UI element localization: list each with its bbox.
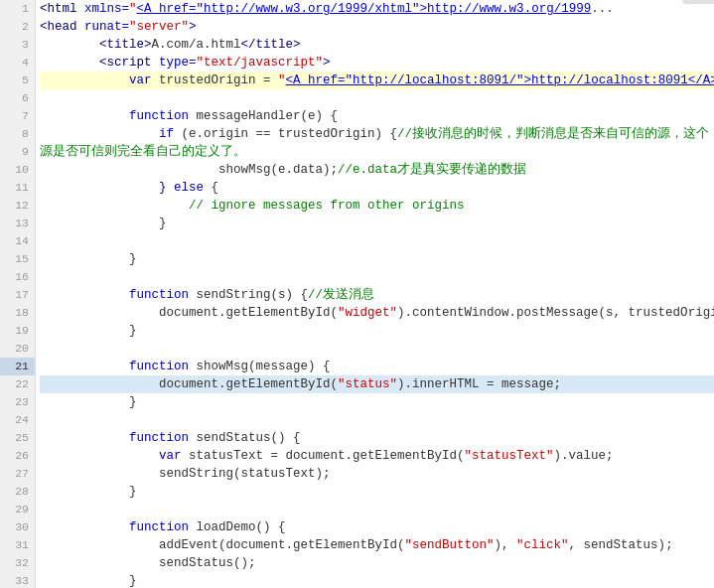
line-number-6: 6 xyxy=(0,89,35,107)
code-line-13 xyxy=(40,232,714,250)
code-line-20: function showMsg(message) { xyxy=(40,358,714,375)
code-line-29: function loadDemo() { xyxy=(40,518,714,536)
code-line-2: <head runat="server"> xyxy=(40,18,714,36)
line-number-1: 1 xyxy=(0,0,35,18)
line-number-14: 14 xyxy=(0,232,35,250)
line-number-29: 29 xyxy=(0,501,35,518)
line-number-22: 22 xyxy=(0,375,35,393)
code-line-6 xyxy=(40,89,714,107)
code-line-3: <title>A.com/a.html</title> xyxy=(40,36,714,54)
code-line-15 xyxy=(40,268,714,286)
code-line-28 xyxy=(40,501,714,518)
code-editor: 1 2 3 4 5 6 7 8 910111213141516171819202… xyxy=(0,0,714,588)
code-line-9: showMsg(e.data);//e.data才是真实要传递的数据 xyxy=(40,161,714,179)
line-number-24: 24 xyxy=(0,411,35,429)
line-number-8: 8 xyxy=(0,125,35,143)
code-line-22: } xyxy=(40,393,714,411)
code-line-5: var trustedOrigin = "<A href="http://loc… xyxy=(40,72,714,89)
line-number-19: 19 xyxy=(0,322,35,340)
line-number-13: 13 xyxy=(0,215,35,232)
code-line-1: <html xmlns="<A href="http://www.w3.org/… xyxy=(40,0,714,18)
code-line-24: function sendStatus() { xyxy=(40,429,714,447)
line-number-7: 7 xyxy=(0,107,35,125)
code-line-19 xyxy=(40,340,714,358)
line-number-5: 5 xyxy=(0,72,35,89)
line-number-12: 12 xyxy=(0,197,35,215)
code-line-12: } xyxy=(40,215,714,232)
line-number-23: 23 xyxy=(0,393,35,411)
line-number-21: 21 xyxy=(0,358,35,375)
code-line-26: sendString(statusText); xyxy=(40,465,714,483)
line-number-20: 20 xyxy=(0,340,35,358)
code-line-21: document.getElementById("status").innerH… xyxy=(40,375,714,393)
line-number-17: 17 xyxy=(0,286,35,304)
toolbar xyxy=(682,0,714,4)
line-number-26: 26 xyxy=(0,447,35,465)
code-line-31: sendStatus(); xyxy=(40,554,714,572)
code-line-11: // ignore messages from other origins xyxy=(40,197,714,215)
line-number-15: 15 xyxy=(0,250,35,268)
line-number-18: 18 xyxy=(0,304,35,322)
code-line-32: } xyxy=(40,572,714,588)
code-line-4: <script type="text/javascript"> xyxy=(40,54,714,72)
line-number-27: 27 xyxy=(0,465,35,483)
code-line-10: } else { xyxy=(40,179,714,197)
line-number-16: 16 xyxy=(0,268,35,286)
code-line-8: if (e.origin == trustedOrigin) {//接收消息的时… xyxy=(40,125,714,161)
code-line-16: function sendString(s) {//发送消息 xyxy=(40,286,714,304)
code-line-17: document.getElementById("widget").conten… xyxy=(40,304,714,322)
code-line-27: } xyxy=(40,483,714,501)
line-number-30: 30 xyxy=(0,518,35,536)
code-line-18: } xyxy=(40,322,714,340)
code-line-30: addEvent(document.getElementById("sendBu… xyxy=(40,536,714,554)
line-number-32: 32 xyxy=(0,554,35,572)
line-number-11: 11 xyxy=(0,179,35,197)
line-number-10: 10 xyxy=(0,161,35,179)
code-area[interactable]: <html xmlns="<A href="http://www.w3.org/… xyxy=(36,0,714,588)
line-number-28: 28 xyxy=(0,483,35,501)
line-number-9: 9 xyxy=(0,143,35,161)
code-line-14: } xyxy=(40,250,714,268)
line-numbers: 1 2 3 4 5 6 7 8 910111213141516171819202… xyxy=(0,0,36,588)
code-line-7: function messageHandler(e) { xyxy=(40,107,714,125)
line-number-4: 4 xyxy=(0,54,35,72)
code-line-23 xyxy=(40,411,714,429)
line-number-3: 3 xyxy=(0,36,35,54)
code-line-25: var statusText = document.getElementById… xyxy=(40,447,714,465)
line-number-33: 33 xyxy=(0,572,35,588)
line-number-31: 31 xyxy=(0,536,35,554)
line-number-25: 25 xyxy=(0,429,35,447)
line-number-2: 2 xyxy=(0,18,35,36)
